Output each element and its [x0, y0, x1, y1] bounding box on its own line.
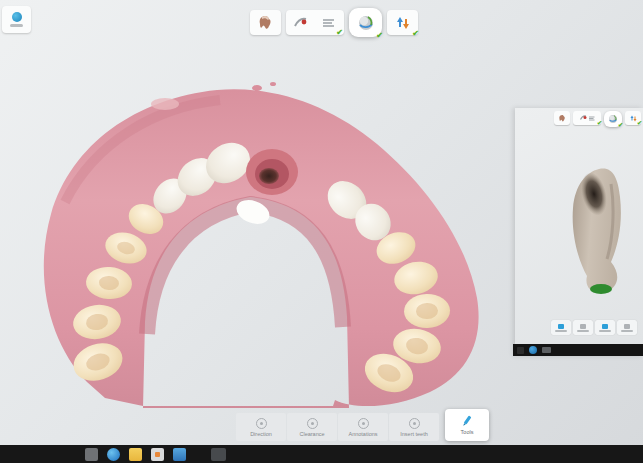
clearance-button[interactable]: Clearance: [287, 413, 337, 441]
notes-icon: [588, 115, 596, 122]
notes-icon: [321, 16, 337, 30]
model-3d-button[interactable]: ✔: [349, 8, 382, 37]
bite-arrows-icon: [394, 14, 412, 32]
occlusion-button[interactable]: ✔: [387, 10, 418, 35]
globe-model-icon: [608, 114, 618, 124]
check-icon: ✔: [637, 119, 642, 127]
annotations-label: Annotations: [348, 431, 377, 437]
scan-wand-icon: [579, 114, 588, 122]
side-mini-tool-2[interactable]: [573, 320, 593, 335]
clearance-icon: [307, 418, 318, 429]
scan-wand-icon: [292, 15, 310, 31]
app-window: ✔ ✔ ✔: [0, 0, 643, 463]
workflow-toolbar: ✔ ✔ ✔: [250, 8, 418, 37]
prep-scan-button[interactable]: [288, 11, 314, 34]
start-icon[interactable]: [517, 347, 524, 354]
blue-app-icon[interactable]: [529, 346, 537, 354]
edge-browser-icon[interactable]: [107, 448, 120, 461]
mail-icon[interactable]: [173, 448, 186, 461]
blue-tool-icon: [558, 324, 564, 329]
side-bottom-toolbar: [551, 320, 637, 335]
check-icon: ✔: [412, 30, 419, 38]
microsoft-store-icon[interactable]: [151, 448, 164, 461]
windows-taskbar: [0, 445, 643, 463]
annotations-icon: [358, 418, 369, 429]
notes-button[interactable]: ✔: [316, 11, 342, 34]
file-explorer-icon[interactable]: [129, 448, 142, 461]
side-tooth-scan-button[interactable]: [554, 111, 570, 125]
blue-sphere-icon: [12, 12, 22, 22]
mini-label: [577, 330, 589, 332]
tooth-scan-button[interactable]: [250, 10, 281, 35]
upper-jaw-3d-model: [25, 82, 495, 412]
tooth-scan-icon: [257, 14, 275, 32]
check-icon: ✔: [336, 29, 343, 37]
blue-tool-icon: [602, 324, 608, 329]
clearance-label: Clearance: [299, 431, 324, 437]
gray-tool-icon: [624, 324, 630, 329]
side-scan-pages-group[interactable]: ✔: [573, 111, 601, 125]
check-icon: ✔: [376, 32, 383, 40]
check-icon: ✔: [597, 119, 602, 127]
analysis-toolbar: Direction Clearance Annotations Insert t…: [236, 411, 489, 441]
taskbar-icons: [85, 448, 226, 461]
tooth-scan-icon: [558, 114, 567, 123]
direction-icon: [256, 418, 267, 429]
globe-model-icon: [357, 14, 375, 32]
annotations-button[interactable]: Annotations: [338, 413, 388, 441]
mini-label: [599, 330, 611, 332]
side-3d-viewport[interactable]: [515, 128, 643, 320]
side-model-3d-button[interactable]: ✔: [604, 111, 622, 127]
home-button-label: [10, 24, 23, 27]
direction-button[interactable]: Direction: [236, 413, 286, 441]
mini-label: [621, 330, 633, 332]
side-workflow-toolbar: ✔ ✔ ✔: [515, 111, 643, 127]
blue-pen-icon: [461, 415, 473, 427]
direction-label: Direction: [250, 431, 272, 437]
scan-pages-group: ✔: [286, 10, 344, 35]
gray-tool-icon: [580, 324, 586, 329]
tray-chip-icon[interactable]: [542, 347, 551, 353]
pinned-app-icon[interactable]: [211, 448, 226, 461]
side-mini-tool-1[interactable]: [551, 320, 571, 335]
insert-teeth-button[interactable]: Insert teeth: [389, 413, 439, 441]
margin-line-mark: [590, 284, 612, 294]
side-scan-window[interactable]: ✔ ✔ ✔: [515, 108, 643, 356]
insert-teeth-icon: [409, 418, 420, 429]
side-occlusion-button[interactable]: ✔: [625, 111, 641, 125]
main-3d-viewport[interactable]: [0, 40, 515, 408]
mini-label: [555, 330, 567, 332]
prepared-tooth-die-model: [559, 164, 639, 299]
side-window-taskbar: [513, 344, 643, 356]
side-mini-tool-4[interactable]: [617, 320, 637, 335]
home-button[interactable]: [2, 6, 31, 33]
tools-button[interactable]: Tools: [445, 409, 489, 441]
side-mini-tool-3[interactable]: [595, 320, 615, 335]
task-view-icon[interactable]: [85, 448, 98, 461]
tools-label: Tools: [461, 429, 474, 435]
insert-teeth-label: Insert teeth: [400, 431, 428, 437]
